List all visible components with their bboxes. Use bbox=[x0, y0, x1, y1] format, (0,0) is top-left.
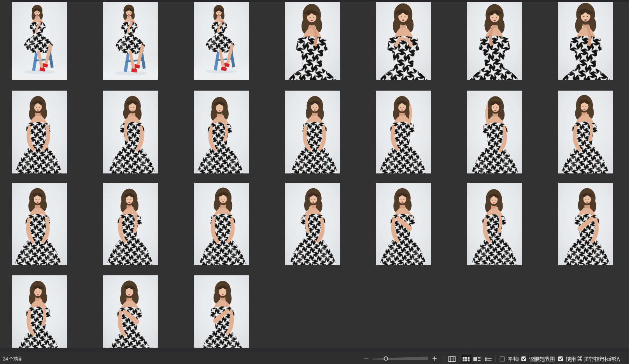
svg-text:24: 24 bbox=[3, 356, 8, 362]
